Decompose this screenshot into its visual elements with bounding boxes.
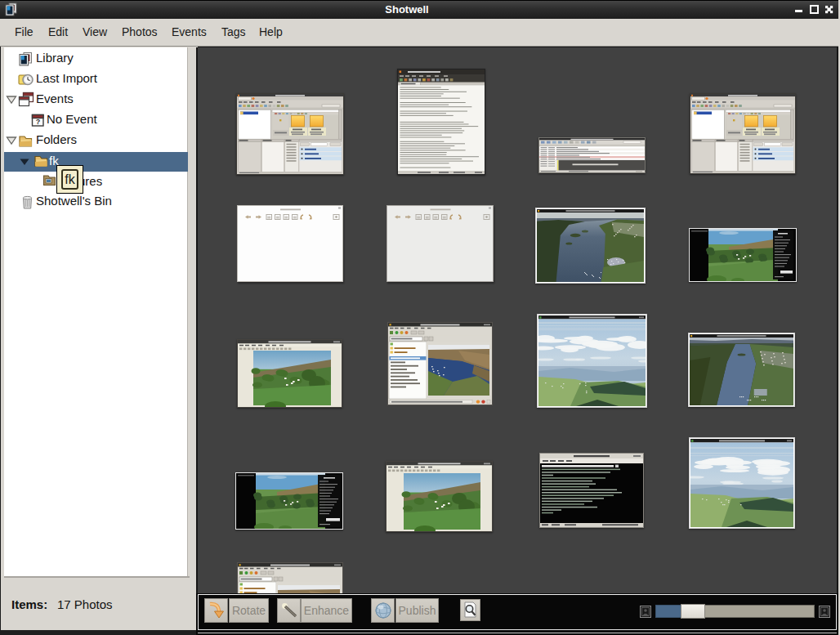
svg-text:?: ? bbox=[36, 118, 41, 126]
